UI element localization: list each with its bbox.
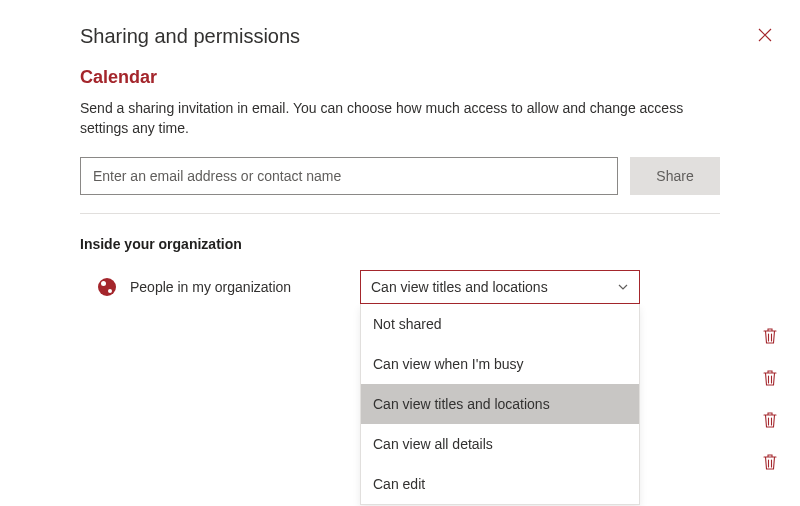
permission-option-edit[interactable]: Can edit bbox=[361, 464, 639, 504]
chevron-down-icon bbox=[617, 281, 629, 293]
invite-row: Share bbox=[80, 157, 720, 195]
inside-org-label: Inside your organization bbox=[80, 236, 720, 252]
permission-option-busy[interactable]: Can view when I'm busy bbox=[361, 344, 639, 384]
trash-icon bbox=[763, 328, 777, 347]
delete-button[interactable] bbox=[760, 370, 780, 390]
delete-button[interactable] bbox=[760, 454, 780, 474]
calendar-description: Send a sharing invitation in email. You … bbox=[80, 98, 720, 139]
divider bbox=[80, 213, 720, 214]
trash-icon bbox=[763, 454, 777, 473]
permission-select-wrap: Can view titles and locations Not shared… bbox=[360, 270, 640, 304]
permission-option-all-details[interactable]: Can view all details bbox=[361, 424, 639, 464]
trash-icon bbox=[763, 412, 777, 431]
permission-option-titles-locations[interactable]: Can view titles and locations bbox=[361, 384, 639, 424]
delete-button[interactable] bbox=[760, 412, 780, 432]
close-button[interactable] bbox=[750, 24, 780, 49]
trash-icon bbox=[763, 370, 777, 389]
close-icon bbox=[758, 28, 772, 45]
delete-button[interactable] bbox=[760, 328, 780, 348]
organization-icon bbox=[98, 278, 116, 296]
permission-dropdown: Not shared Can view when I'm busy Can vi… bbox=[360, 304, 640, 505]
sharing-permissions-panel: Sharing and permissions Calendar Send a … bbox=[0, 0, 800, 304]
share-button[interactable]: Share bbox=[630, 157, 720, 195]
delete-column bbox=[760, 328, 780, 474]
permission-select-value: Can view titles and locations bbox=[371, 279, 548, 295]
permission-row-org: People in my organization Can view title… bbox=[80, 270, 720, 304]
header-row: Sharing and permissions bbox=[80, 24, 720, 49]
email-input[interactable] bbox=[80, 157, 618, 195]
permission-option-not-shared[interactable]: Not shared bbox=[361, 304, 639, 344]
calendar-name: Calendar bbox=[80, 67, 720, 88]
page-title: Sharing and permissions bbox=[80, 25, 300, 48]
permission-select[interactable]: Can view titles and locations bbox=[360, 270, 640, 304]
permission-people-label: People in my organization bbox=[130, 279, 360, 295]
